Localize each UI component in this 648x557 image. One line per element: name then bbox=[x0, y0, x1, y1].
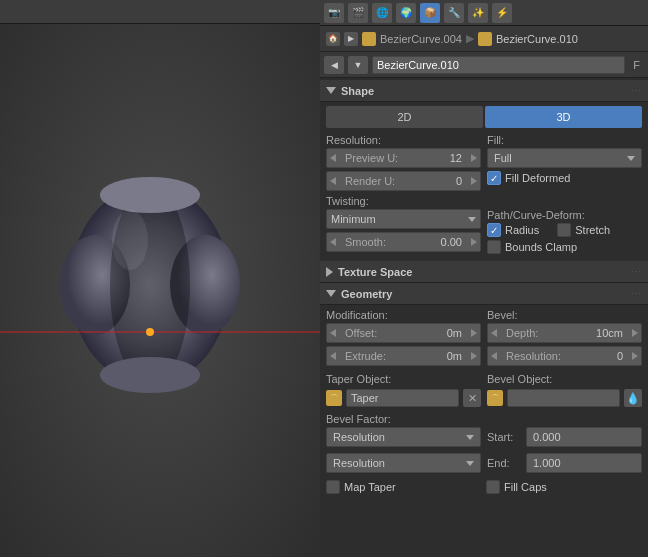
3d-object-view bbox=[0, 0, 320, 557]
panel-toolbar: 📷 🎬 🌐 🌍 📦 🔧 ✨ ⚡ bbox=[320, 0, 648, 26]
twisting-label: Twisting: bbox=[326, 195, 481, 207]
bevel-res-right-arrow bbox=[632, 352, 638, 360]
fill-caps-label: Fill Caps bbox=[504, 481, 547, 493]
right-panel: 📷 🎬 🌐 🌍 📦 🔧 ✨ ⚡ 🏠 ▶ BezierCurve.004 ▶ Be… bbox=[320, 0, 648, 557]
bevel-factor-start-type-dropdown[interactable]: Resolution bbox=[326, 427, 481, 447]
breadcrumb-home-icon[interactable]: 🏠 bbox=[326, 32, 340, 46]
toggle-3d-button[interactable]: 3D bbox=[485, 106, 642, 128]
f-label: F bbox=[629, 59, 644, 71]
bounds-clamp-label: Bounds Clamp bbox=[505, 241, 577, 253]
path-curve-section: Path/Curve-Deform: ✓ Radius Stretch bbox=[487, 209, 642, 254]
svg-point-8 bbox=[146, 328, 154, 336]
path-curve-label: Path/Curve-Deform: bbox=[487, 209, 642, 221]
bevel-res-left-arrow bbox=[491, 352, 497, 360]
svg-point-5 bbox=[100, 357, 200, 393]
texture-space-section-title: Texture Space bbox=[338, 266, 412, 278]
end-label: End: bbox=[487, 457, 522, 469]
taper-name-value: Taper bbox=[351, 392, 379, 404]
breadcrumb-active-icon bbox=[478, 32, 492, 46]
start-label: Start: bbox=[487, 431, 522, 443]
bevel-label: Bevel: bbox=[487, 309, 642, 321]
depth-right-arrow bbox=[632, 329, 638, 337]
twisting-dropdown-arrow bbox=[468, 217, 476, 222]
bevel-name-field[interactable] bbox=[507, 389, 620, 407]
toolbar-icon-scene[interactable]: 🌐 bbox=[372, 3, 392, 23]
fill-deformed-label: Fill Deformed bbox=[505, 172, 570, 184]
shape-section-dots: ··· bbox=[631, 85, 642, 96]
bevel-resolution-label: Resolution: bbox=[496, 350, 617, 362]
toolbar-icon-render[interactable]: 🎬 bbox=[348, 3, 368, 23]
preview-u-label: Preview U: bbox=[335, 152, 450, 164]
toolbar-icon-world[interactable]: 🌍 bbox=[396, 3, 416, 23]
depth-field[interactable]: Depth: 10cm bbox=[487, 323, 642, 343]
bevel-factor-end-type-value: Resolution bbox=[333, 457, 462, 469]
viewport-3d[interactable] bbox=[0, 0, 320, 557]
fill-caps-check-half: Fill Caps bbox=[486, 480, 642, 494]
end-value: 1.000 bbox=[533, 457, 561, 469]
fill-dropdown-arrow bbox=[627, 156, 635, 161]
fill-label: Fill: bbox=[487, 134, 642, 146]
breadcrumb-active-label: BezierCurve.010 bbox=[496, 33, 578, 45]
geometry-collapse-icon bbox=[326, 290, 336, 297]
texture-space-section-header[interactable]: Texture Space ··· bbox=[320, 261, 648, 283]
fill-deformed-check: ✓ bbox=[490, 173, 498, 184]
radius-checkbox[interactable]: ✓ bbox=[487, 223, 501, 237]
offset-label: Offset: bbox=[335, 327, 447, 339]
toolbar-icon-modifier[interactable]: 🔧 bbox=[444, 3, 464, 23]
object-name-input[interactable] bbox=[372, 56, 625, 74]
extrude-right-arrow bbox=[471, 352, 477, 360]
bevel-factor-end-left: Resolution bbox=[326, 453, 481, 476]
breadcrumb-bar: 🏠 ▶ BezierCurve.004 ▶ BezierCurve.010 bbox=[320, 26, 648, 52]
shape-section-content: 2D 3D Resolution: Preview U: 12 bbox=[320, 102, 648, 261]
bevel-factor-end-type-dropdown[interactable]: Resolution bbox=[326, 453, 481, 473]
taper-clear-button[interactable]: ✕ bbox=[463, 389, 481, 407]
extrude-field[interactable]: Extrude: 0m bbox=[326, 346, 481, 366]
toolbar-icon-physics[interactable]: ⚡ bbox=[492, 3, 512, 23]
fill-dropdown[interactable]: Full bbox=[487, 148, 642, 168]
depth-left-arrow bbox=[491, 329, 497, 337]
breadcrumb-parent: BezierCurve.004 bbox=[380, 33, 462, 45]
geometry-section-header[interactable]: Geometry ··· bbox=[320, 283, 648, 305]
bevel-factor-right: Start: 0.000 bbox=[487, 427, 642, 450]
map-taper-check-half: Map Taper bbox=[326, 480, 482, 494]
end-value-field[interactable]: 1.000 bbox=[526, 453, 642, 473]
name-bar-btn2[interactable]: ▼ bbox=[348, 56, 368, 74]
twisting-dropdown[interactable]: Minimum bbox=[326, 209, 481, 229]
toggle-2d-button[interactable]: 2D bbox=[326, 106, 483, 128]
smooth-right-arrow bbox=[471, 238, 477, 246]
preview-u-value: 12 bbox=[450, 152, 472, 164]
toolbar-icon-camera[interactable]: 📷 bbox=[324, 3, 344, 23]
shape-section-title: Shape bbox=[341, 85, 374, 97]
stretch-checkbox[interactable] bbox=[557, 223, 571, 237]
fill-deformed-checkbox[interactable]: ✓ bbox=[487, 171, 501, 185]
breadcrumb-curve-icon bbox=[362, 32, 376, 46]
shape-col-left: Resolution: Preview U: 12 Render U: 0 bbox=[326, 134, 481, 257]
bevel-resolution-field[interactable]: Resolution: 0 bbox=[487, 346, 642, 366]
preview-u-field[interactable]: Preview U: 12 bbox=[326, 148, 481, 168]
fill-deformed-row: ✓ Fill Deformed bbox=[487, 171, 642, 185]
2d-3d-toggle-row: 2D 3D bbox=[326, 106, 642, 128]
bevel-obj-col: Bevel Object: ⌒ 💧 bbox=[487, 373, 642, 409]
taper-col: Taper Object: ⌒ Taper ✕ bbox=[326, 373, 481, 409]
name-bar-btn1[interactable]: ◀ bbox=[324, 56, 344, 74]
breadcrumb-nav-icon[interactable]: ▶ bbox=[344, 32, 358, 46]
offset-left-arrow bbox=[330, 329, 336, 337]
toolbar-icon-particles[interactable]: ✨ bbox=[468, 3, 488, 23]
fill-caps-checkbox[interactable] bbox=[486, 480, 500, 494]
smooth-field[interactable]: Smooth: 0.00 bbox=[326, 232, 481, 252]
bevel-eyedropper-button[interactable]: 💧 bbox=[624, 389, 642, 407]
map-taper-checkbox[interactable] bbox=[326, 480, 340, 494]
render-u-field[interactable]: Render U: 0 bbox=[326, 171, 481, 191]
shape-section-header[interactable]: Shape ··· bbox=[320, 80, 648, 102]
toolbar-icon-object[interactable]: 📦 bbox=[420, 3, 440, 23]
bounds-clamp-checkbox[interactable] bbox=[487, 240, 501, 254]
start-value-field[interactable]: 0.000 bbox=[526, 427, 642, 447]
properties-content[interactable]: Shape ··· 2D 3D Resolution: Preview U: 1… bbox=[320, 78, 648, 557]
bevel-factor-start-arrow bbox=[466, 435, 474, 440]
taper-name-field[interactable]: Taper bbox=[346, 389, 459, 407]
radius-check: ✓ bbox=[490, 225, 498, 236]
offset-field[interactable]: Offset: 0m bbox=[326, 323, 481, 343]
geometry-two-col: Modification: Offset: 0m Extrude: 0m bbox=[326, 309, 642, 369]
taper-object-row: ⌒ Taper ✕ bbox=[326, 387, 481, 409]
smooth-value: 0.00 bbox=[441, 236, 472, 248]
